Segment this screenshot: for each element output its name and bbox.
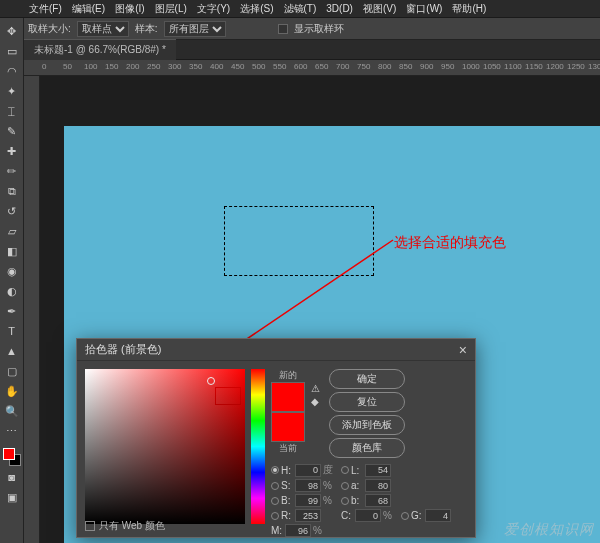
a-input[interactable]: [365, 479, 391, 492]
b2-input[interactable]: [365, 494, 391, 507]
ok-button[interactable]: 确定: [329, 369, 405, 389]
s-input[interactable]: [295, 479, 321, 492]
ruler-tick: 800: [378, 62, 391, 71]
sample-label: 样本:: [135, 22, 158, 36]
h-input[interactable]: [295, 464, 321, 477]
ruler-tick: 1050: [483, 62, 501, 71]
ruler-tick: 200: [126, 62, 139, 71]
menu-item[interactable]: 选择(S): [237, 0, 276, 18]
r-radio[interactable]: [271, 512, 279, 520]
h-radio[interactable]: [271, 466, 279, 474]
menu-item[interactable]: 帮助(H): [449, 0, 489, 18]
move-tool-icon[interactable]: ✥: [2, 22, 22, 40]
color-warnings: ⚠ ◆: [311, 383, 323, 407]
brush-tool-icon[interactable]: ✏: [2, 162, 22, 180]
ruler-tick: 850: [399, 62, 412, 71]
c-input[interactable]: [355, 509, 381, 522]
current-color-swatch: [271, 412, 305, 442]
show-ring-label: 显示取样环: [294, 22, 344, 36]
ruler-tick: 100: [84, 62, 97, 71]
hand-tool-icon[interactable]: ✋: [2, 382, 22, 400]
magic-wand-tool-icon[interactable]: ✦: [2, 82, 22, 100]
m-input[interactable]: [285, 524, 311, 537]
sample-size-select[interactable]: 取样点: [77, 21, 129, 37]
path-select-tool-icon[interactable]: ▲: [2, 342, 22, 360]
text-tool-icon[interactable]: T: [2, 322, 22, 340]
document-tab[interactable]: 未标题-1 @ 66.7%(RGB/8#) *: [24, 39, 176, 60]
pen-tool-icon[interactable]: ✒: [2, 302, 22, 320]
gradient-cursor: [207, 377, 215, 385]
b2-radio[interactable]: [341, 497, 349, 505]
web-only-checkbox[interactable]: [85, 521, 95, 531]
menu-bar: 文件(F)编辑(E)图像(I)图层(L)文字(Y)选择(S)滤镜(T)3D(D)…: [0, 0, 600, 18]
screen-mode-icon[interactable]: ▣: [2, 488, 22, 506]
ruler-tick: 1250: [567, 62, 585, 71]
current-color-label: 当前: [271, 442, 305, 455]
dodge-tool-icon[interactable]: ◐: [2, 282, 22, 300]
menu-item[interactable]: 文件(F): [26, 0, 65, 18]
close-icon[interactable]: ×: [459, 342, 467, 358]
lasso-tool-icon[interactable]: ◠: [2, 62, 22, 80]
ruler-tick: 1000: [462, 62, 480, 71]
menu-item[interactable]: 编辑(E): [69, 0, 108, 18]
color-value-fields: H:度 L: S:% a: B:% b: R: C:% G: M:%: [271, 463, 467, 537]
r-input[interactable]: [295, 509, 321, 522]
annotation-text: 选择合适的填充色: [394, 234, 506, 252]
quick-mask-icon[interactable]: ◙: [2, 468, 22, 486]
color-picker-titlebar[interactable]: 拾色器 (前景色) ×: [77, 339, 475, 361]
spot-heal-tool-icon[interactable]: ✚: [2, 142, 22, 160]
eraser-tool-icon[interactable]: ▱: [2, 222, 22, 240]
vertical-ruler: [24, 76, 40, 543]
ruler-tick: 1100: [504, 62, 522, 71]
hue-slider[interactable]: [251, 369, 265, 524]
crop-tool-icon[interactable]: ⌶: [2, 102, 22, 120]
ruler-tick: 750: [357, 62, 370, 71]
watermark: 爱创根知识网: [504, 521, 594, 539]
blur-tool-icon[interactable]: ◉: [2, 262, 22, 280]
edit-toolbar-icon[interactable]: ⋯: [2, 422, 22, 440]
history-brush-tool-icon[interactable]: ↺: [2, 202, 22, 220]
clone-stamp-tool-icon[interactable]: ⧉: [2, 182, 22, 200]
eyedropper-tool-icon[interactable]: ✎: [2, 122, 22, 140]
b-input[interactable]: [295, 494, 321, 507]
s-radio[interactable]: [271, 482, 279, 490]
options-bar: 取样大小: 取样点 样本: 所有图层 显示取样环: [0, 18, 600, 40]
ruler-tick: 450: [231, 62, 244, 71]
sample-select[interactable]: 所有图层: [164, 21, 226, 37]
horizontal-ruler: 0501001502002503003504004505005506006507…: [24, 60, 600, 76]
selection-marquee: [224, 206, 374, 276]
g-radio[interactable]: [401, 512, 409, 520]
color-swatches[interactable]: [0, 448, 23, 468]
menu-item[interactable]: 3D(D): [323, 1, 356, 16]
shape-tool-icon[interactable]: ▢: [2, 362, 22, 380]
menu-item[interactable]: 窗口(W): [403, 0, 445, 18]
show-ring-checkbox[interactable]: [278, 24, 288, 34]
color-gradient-field[interactable]: [85, 369, 245, 524]
menu-item[interactable]: 视图(V): [360, 0, 399, 18]
color-libraries-button[interactable]: 颜色库: [329, 438, 405, 458]
document-tab-bar: 未标题-1 @ 66.7%(RGB/8#) *: [0, 40, 600, 60]
color-picker-title: 拾色器 (前景色): [85, 342, 161, 357]
ruler-tick: 650: [315, 62, 328, 71]
zoom-tool-icon[interactable]: 🔍: [2, 402, 22, 420]
g-input[interactable]: [425, 509, 451, 522]
menu-item[interactable]: 图层(L): [152, 0, 190, 18]
b-radio[interactable]: [271, 497, 279, 505]
foreground-color-swatch[interactable]: [3, 448, 15, 460]
menu-item[interactable]: 文字(Y): [194, 0, 233, 18]
cancel-button[interactable]: 复位: [329, 392, 405, 412]
websafe-warning-icon[interactable]: ◆: [311, 396, 323, 407]
l-input[interactable]: [365, 464, 391, 477]
a-radio[interactable]: [341, 482, 349, 490]
gradient-tool-icon[interactable]: ◧: [2, 242, 22, 260]
add-swatch-button[interactable]: 添加到色板: [329, 415, 405, 435]
menu-item[interactable]: 滤镜(T): [281, 0, 320, 18]
ruler-tick: 150: [105, 62, 118, 71]
ruler-tick: 700: [336, 62, 349, 71]
gamut-warning-icon[interactable]: ⚠: [311, 383, 323, 394]
new-color-swatch: [271, 382, 305, 412]
marquee-tool-icon[interactable]: ▭: [2, 42, 22, 60]
l-radio[interactable]: [341, 466, 349, 474]
menu-item[interactable]: 图像(I): [112, 0, 147, 18]
sample-size-label: 取样大小:: [28, 22, 71, 36]
